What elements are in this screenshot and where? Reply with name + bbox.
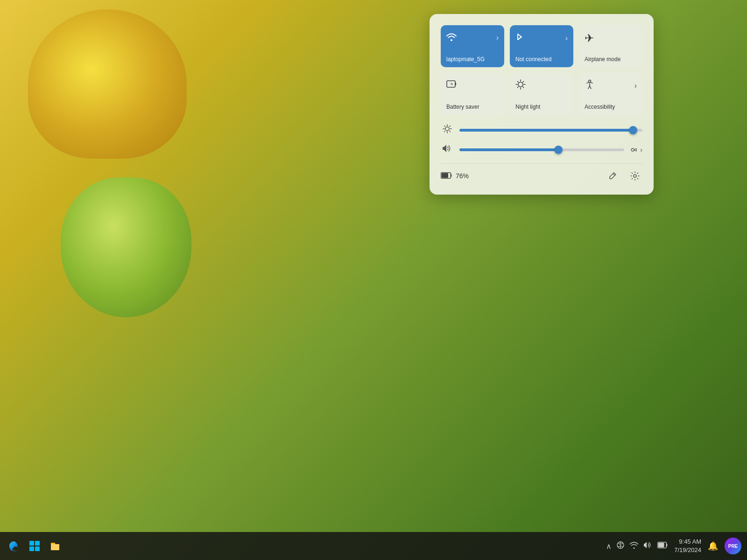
svg-rect-31: [35, 541, 40, 546]
svg-point-29: [634, 175, 636, 177]
brightness-thumb[interactable]: [629, 126, 637, 134]
brightness-icon: [441, 124, 454, 136]
battery-percentage: 76%: [456, 172, 469, 180]
wifi-tile[interactable]: › laptopmate_5G: [441, 25, 504, 67]
battery-saver-tile[interactable]: Battery saver: [441, 73, 504, 115]
taskbar-vpn-icon[interactable]: [616, 541, 625, 551]
airplane-tile[interactable]: ✈ Airplane mode: [579, 25, 642, 67]
bluetooth-label: Not connected: [515, 56, 551, 63]
night-light-label: Night light: [515, 104, 540, 110]
taskbar-start[interactable]: [26, 538, 43, 554]
taskbar-volume-icon[interactable]: [643, 541, 653, 551]
svg-line-10: [523, 81, 524, 82]
taskbar-time: 9:45 AM: [679, 538, 701, 546]
battery-info: 76%: [441, 171, 469, 181]
taskbar-badge-label: PRE: [728, 544, 738, 549]
svg-line-23: [634, 150, 636, 151]
bluetooth-icon: [515, 32, 524, 45]
taskbar-caret[interactable]: ∧: [606, 542, 612, 551]
accessibility-chevron[interactable]: ›: [634, 82, 637, 90]
bottom-icons-group: [605, 168, 642, 183]
svg-rect-27: [451, 174, 451, 177]
battery-saver-label: Battery saver: [446, 104, 479, 110]
battery-status-icon: [441, 171, 452, 181]
accessibility-icon: [585, 79, 595, 92]
night-light-tile[interactable]: Night light: [510, 73, 573, 115]
taskbar-battery-icon[interactable]: [657, 542, 668, 550]
bluetooth-tile[interactable]: › Not connected: [510, 25, 573, 67]
apple-decoration: [61, 177, 191, 317]
volume-chevron[interactable]: ›: [640, 146, 642, 154]
svg-point-12: [445, 127, 449, 131]
svg-line-17: [444, 126, 445, 127]
volume-end-control[interactable]: ›: [630, 146, 642, 154]
airplane-label: Airplane mode: [585, 56, 620, 63]
accessibility-label: Accessibility: [585, 104, 615, 110]
taskbar-left: [6, 538, 63, 554]
volume-slider-track: [459, 148, 624, 151]
svg-rect-32: [29, 546, 34, 551]
taskbar-sys-icons: ∧: [606, 541, 668, 551]
taskbar-windows-badge[interactable]: PRE: [725, 538, 741, 554]
svg-point-2: [518, 82, 523, 87]
taskbar-notification-bell[interactable]: 🔔: [708, 541, 718, 551]
bluetooth-chevron[interactable]: ›: [565, 34, 568, 42]
taskbar-date: 7/19/2024: [674, 546, 701, 554]
svg-rect-26: [442, 173, 448, 178]
wifi-icon: [446, 32, 457, 44]
taskbar-datetime[interactable]: 9:45 AM 7/19/2024: [674, 538, 701, 554]
svg-rect-1: [455, 83, 456, 85]
quick-settings-grid: › laptopmate_5G › Not connected ✈: [441, 25, 642, 115]
wifi-label: laptopmate_5G: [446, 56, 485, 63]
svg-rect-33: [35, 546, 40, 551]
volume-icon: [441, 144, 454, 155]
battery-saver-icon: [446, 79, 457, 91]
brightness-slider-track: [459, 129, 642, 132]
taskbar: ∧: [0, 532, 747, 560]
accessibility-tile[interactable]: › Accessibility: [579, 73, 642, 115]
svg-line-28: [613, 174, 615, 175]
svg-point-21: [631, 148, 634, 151]
svg-rect-30: [29, 541, 34, 546]
svg-line-9: [517, 87, 518, 88]
lemon-decoration: [28, 9, 187, 159]
settings-button[interactable]: [627, 168, 642, 183]
svg-line-18: [449, 131, 450, 132]
wifi-chevron[interactable]: ›: [496, 34, 499, 42]
night-light-icon: [515, 79, 526, 92]
taskbar-right: ∧: [606, 538, 741, 554]
brightness-row: [441, 124, 642, 136]
taskbar-wifi-icon[interactable]: [629, 541, 639, 551]
volume-row: ›: [441, 144, 642, 155]
svg-rect-38: [666, 544, 667, 546]
edit-button[interactable]: [605, 168, 620, 183]
taskbar-files[interactable]: [47, 538, 63, 554]
svg-line-20: [449, 126, 450, 127]
quick-settings-bottom: 76%: [441, 163, 642, 183]
svg-line-19: [444, 131, 445, 132]
svg-line-22: [634, 148, 636, 150]
svg-rect-37: [658, 543, 664, 547]
airplane-icon: ✈: [585, 32, 594, 45]
svg-line-7: [517, 81, 518, 82]
quick-settings-panel: › laptopmate_5G › Not connected ✈: [430, 14, 654, 195]
volume-thumb[interactable]: [554, 146, 563, 154]
svg-line-8: [523, 87, 524, 88]
taskbar-edge[interactable]: [6, 538, 22, 554]
